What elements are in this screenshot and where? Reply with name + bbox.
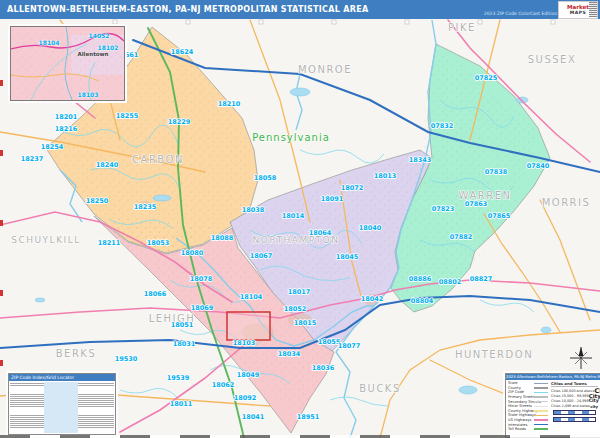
zip-label-07863: 07863: [465, 200, 488, 208]
legend-cities-column: Cities and Towns Cities 100,000 and abov…: [550, 380, 600, 432]
zip-label-18017: 18017: [288, 288, 311, 296]
legend-item-label: State Highways: [508, 413, 534, 417]
zip-label-18049: 18049: [237, 371, 260, 379]
legend-line-sample: [534, 387, 548, 389]
zip-label-07832: 07832: [431, 122, 454, 130]
legend-item-label: Interstates: [508, 423, 534, 427]
zip-label-18343: 18343: [409, 156, 432, 164]
title-bar: ALLENTOWN-BETHLEHEM-EASTON, PA-NJ METROP…: [0, 0, 600, 19]
zip-label-18210: 18210: [218, 100, 241, 108]
legend-item-label: Toll Roads: [508, 427, 534, 431]
county-label-pike: PIKE: [448, 22, 476, 33]
zip-label-08804: 08804: [411, 297, 434, 305]
zip-label-18624: 18624: [171, 48, 194, 56]
city-class-label: Cities 10,000 - 24,999: [551, 399, 589, 403]
legend-line-sample: [534, 396, 548, 398]
legend-item-label: County Highways: [508, 409, 534, 413]
zip-label-18254: 18254: [41, 143, 64, 151]
legend-city-class: Cities 2,499 and belowcity: [551, 404, 598, 409]
county-label-carbon: CARBON: [132, 154, 184, 165]
legend-item-toll-roads: Toll Roads: [508, 427, 550, 432]
zip-label-18080: 18080: [181, 249, 204, 257]
county-label-berks: BERKS: [56, 348, 97, 359]
zip-code-index-panel: ZIP Code Index/Grid Locator: [8, 373, 116, 435]
inset-zip-label-14052: 14052: [89, 32, 110, 39]
legend-line-sample: [534, 401, 548, 403]
legend-city-classes: Cities 100,000 and aboveCityCities 25,00…: [551, 388, 598, 409]
zip-label-18211: 18211: [98, 239, 121, 247]
zip-label-18240: 18240: [96, 161, 119, 169]
zip-label-18091: 18091: [321, 195, 344, 203]
map-title: ALLENTOWN-BETHLEHEM-EASTON, PA-NJ METROP…: [0, 5, 368, 14]
zip-label-18031: 18031: [173, 340, 196, 348]
zip-label-18034: 18034: [278, 350, 301, 358]
map-poster: PIKEMONROESUSSEXCARBONSCHUYLKILLWARRENMO…: [0, 0, 600, 438]
zip-label-18250: 18250: [86, 197, 109, 205]
zip-label-18038: 18038: [242, 206, 265, 214]
zip-label-18053: 18053: [147, 239, 170, 247]
legend-line-sample: [534, 419, 548, 421]
scale-bar-miles: [553, 410, 596, 415]
zip-label-18013: 18013: [374, 172, 397, 180]
zip-label-18078: 18078: [190, 275, 213, 283]
zip-label-18235: 18235: [134, 203, 157, 211]
county-label-monroe: MONROE: [298, 64, 352, 75]
zip-label-18216: 18216: [55, 125, 78, 133]
zip-label-07865: 07865: [488, 212, 511, 220]
zip-label-18014: 18014: [282, 212, 305, 220]
legend-item-label: Secondary Streets: [508, 400, 534, 404]
allentown-inset-map: 181041405218102Allentown18103: [10, 26, 125, 101]
legend-line-sample: [534, 383, 548, 385]
zip-label-07882: 07882: [450, 233, 473, 241]
zip-index-title: ZIP Code Index/Grid Locator: [9, 374, 115, 381]
zip-label-18040: 18040: [359, 224, 382, 232]
legend-line-sample: [534, 410, 548, 412]
legend-item-label: State: [508, 381, 534, 385]
zip-label-07823: 07823: [432, 205, 455, 213]
zip-label-18951: 18951: [297, 413, 320, 421]
zip-label-07838: 07838: [485, 168, 508, 176]
zip-label-19539: 19539: [167, 374, 190, 382]
zip-label-18041: 18041: [242, 413, 265, 421]
county-label-schuylkill: SCHUYLKILL: [11, 235, 80, 245]
zip-index-rows: [10, 382, 114, 433]
legend-item-label: Primary Streets: [508, 395, 534, 399]
zip-label-18069: 18069: [191, 304, 214, 312]
zip-label-18067: 18067: [250, 252, 273, 260]
city-class-sample: city: [590, 404, 598, 409]
inset-zip-label-18103: 18103: [78, 91, 99, 98]
zip-label-19530: 19530: [115, 355, 138, 363]
legend-line-sample: [534, 415, 548, 417]
zip-label-18036: 18036: [312, 364, 335, 372]
zip-label-18077: 18077: [338, 342, 361, 350]
zip-label-18062: 18062: [212, 381, 235, 389]
zip-label-18058: 18058: [254, 174, 277, 182]
legend-line-items: StateCountyZIP CodePrimary StreetsSecond…: [506, 380, 550, 432]
legend-item-label: ZIP Code: [508, 390, 534, 394]
zip-label-07825: 07825: [475, 74, 498, 82]
zip-label-18051: 18051: [171, 321, 194, 329]
legend-cities-header: Cities and Towns: [551, 381, 598, 387]
zip-label-08802: 08802: [439, 278, 462, 286]
zip-label-18072: 18072: [341, 184, 364, 192]
zip-label-07840: 07840: [527, 162, 550, 170]
zip-label-18088: 18088: [211, 234, 234, 242]
legend-item-label: Minor Streets: [508, 404, 534, 408]
legend-line-sample: [534, 406, 548, 408]
legend-item-label: County: [508, 386, 534, 390]
zip-label-18092: 18092: [234, 394, 257, 402]
publisher-logo: Market MAPS: [558, 1, 598, 19]
zip-label-18042: 18042: [361, 295, 384, 303]
logo-text-bottom: MAPS: [570, 11, 587, 16]
zip-label-18237: 18237: [21, 155, 44, 163]
zip-label-18255: 18255: [116, 112, 139, 120]
county-label-morris: MORRIS: [542, 197, 591, 208]
inset-city-label-allentown: Allentown: [77, 51, 108, 57]
inset-zip-label-18102: 18102: [98, 44, 119, 51]
county-label-sussex: SUSSEX: [528, 54, 577, 65]
city-class-label: Cities 2,499 and below: [551, 404, 590, 408]
legend-item-label: US Highways: [508, 418, 534, 422]
zip-label-18011: 18011: [170, 400, 193, 408]
county-label-hunterdon: HUNTERDON: [455, 349, 533, 360]
zip-label-18045: 18045: [336, 253, 359, 261]
